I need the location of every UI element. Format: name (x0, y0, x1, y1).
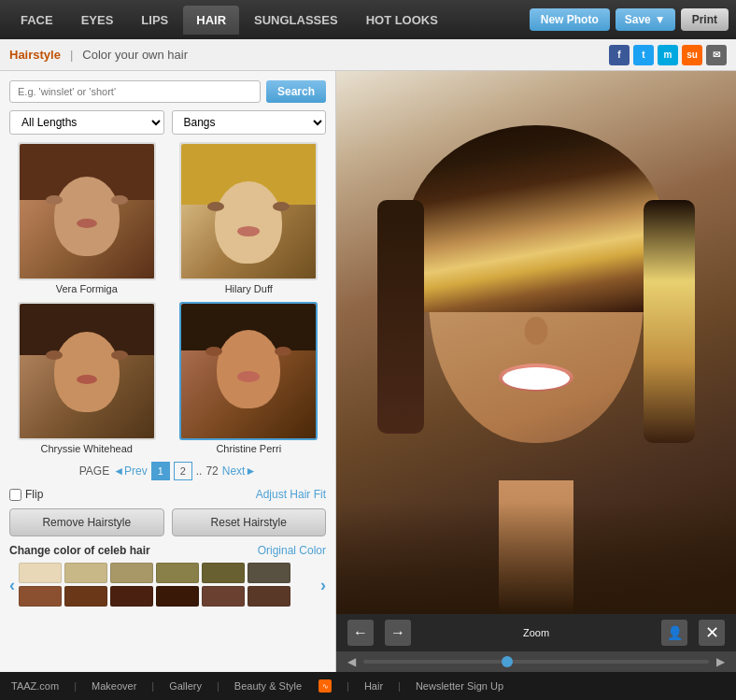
prev-page-button[interactable]: ◄Prev (113, 464, 148, 478)
search-row: Search (9, 80, 326, 103)
tab-lips[interactable]: LIPS (128, 6, 181, 35)
swatch-6[interactable] (248, 563, 290, 583)
adjust-hair-fit-link[interactable]: Adjust Hair Fit (256, 488, 326, 501)
zoom-label: Zoom (523, 627, 549, 638)
footer-newsletter-link[interactable]: Newsletter Sign Up (416, 680, 503, 692)
left-panel: Search All Lengths Bangs Vera (0, 71, 336, 672)
length-filter[interactable]: All Lengths (9, 110, 164, 135)
photo-next-button[interactable]: → (385, 620, 411, 646)
swatch-next-arrow[interactable]: › (320, 577, 326, 593)
footer-makeover-link[interactable]: Makeover (92, 680, 136, 692)
photo-prev-button[interactable]: ← (347, 620, 374, 646)
footer-beauty-link[interactable]: Beauty & Style (234, 680, 302, 692)
celeb-item-hilary-duff[interactable]: Hilary Duff (172, 142, 327, 294)
nose (525, 317, 548, 345)
search-button[interactable]: Search (266, 80, 326, 103)
myspace-icon[interactable]: m (658, 45, 678, 65)
page-1-button[interactable]: 1 (151, 462, 170, 480)
stumbleupon-icon[interactable]: su (682, 45, 702, 65)
swatch-1[interactable] (19, 563, 62, 583)
swatch-5[interactable] (202, 563, 245, 583)
zoom-slider-track[interactable] (363, 660, 709, 664)
right-panel: ← → Zoom 👤 ✕ ◀ ▶ (336, 71, 736, 672)
celeb-item-christine-perri[interactable]: Christine Perri (172, 302, 327, 454)
zoom-slider-thumb[interactable] (502, 656, 513, 667)
swatch-prev-arrow[interactable]: ‹ (9, 577, 15, 593)
hairstyle-link[interactable]: Hairstyle (9, 48, 61, 62)
celebrity-grid: Vera Formiga Hilary Duff (9, 142, 326, 454)
color-own-hair-link[interactable]: Color your own hair (82, 48, 188, 62)
mouth (499, 364, 573, 392)
zoom-plus-icon[interactable]: ▶ (716, 655, 725, 668)
filter-row: All Lengths Bangs (9, 110, 326, 135)
celeb-item-vera-farmiga[interactable]: Vera Formiga (9, 142, 164, 294)
action-buttons: Remove Hairstyle Reset Hairstyle (9, 508, 326, 536)
new-photo-button[interactable]: New Photo (530, 8, 610, 31)
swatch-9[interactable] (110, 586, 153, 607)
zoom-slider-row: ◀ ▶ (336, 651, 736, 672)
eye-right-1 (111, 195, 128, 205)
dropdown-arrow-icon: ▼ (655, 13, 666, 26)
zoom-minus-icon[interactable]: ◀ (347, 655, 356, 668)
mouth-1 (77, 219, 97, 228)
swatch-12[interactable] (248, 586, 290, 607)
save-button[interactable]: Save ▼ (616, 8, 675, 31)
face-fit-button[interactable]: 👤 (661, 620, 687, 646)
tab-sunglasses[interactable]: SUNGLASSES (241, 6, 351, 35)
footer-div-1: | (74, 680, 77, 692)
celeb-photo-christine-perri (179, 302, 318, 440)
tab-hotlooks[interactable]: HOT LOOKS (353, 6, 451, 35)
page-2-button[interactable]: 2 (174, 462, 192, 480)
footer-gallery-link[interactable]: Gallery (169, 680, 202, 692)
footer-site-link[interactable]: TAAZ.com (11, 680, 59, 692)
close-button[interactable]: ✕ (699, 620, 725, 646)
swatch-container: ‹ (9, 563, 326, 607)
tab-hair[interactable]: HAIR (183, 6, 239, 35)
celeb-name-hilary-duff: Hilary Duff (225, 283, 273, 294)
color-section: Change color of celeb hair Original Colo… (9, 544, 326, 607)
footer-div-4: | (347, 680, 349, 692)
swatch-4[interactable] (156, 563, 199, 583)
celeb-item-chryssie-whitehead[interactable]: Chryssie Whitehead (9, 302, 164, 454)
swatch-row-2 (19, 586, 317, 607)
eye-right-3 (111, 350, 128, 360)
color-header: Change color of celeb hair Original Colo… (9, 544, 326, 557)
top-bar-actions: New Photo Save ▼ Print (530, 8, 729, 31)
swatch-7[interactable] (19, 586, 62, 607)
search-input[interactable] (9, 80, 261, 103)
swatch-2[interactable] (64, 563, 107, 583)
hair-side-left (377, 200, 424, 434)
swatch-10[interactable] (156, 586, 199, 607)
original-color-link[interactable]: Original Color (258, 544, 326, 557)
photo-controls-bar: ← → Zoom 👤 ✕ (336, 614, 736, 651)
facebook-icon[interactable]: f (609, 45, 630, 65)
mouth-3 (77, 375, 97, 384)
tab-eyes[interactable]: EYES (68, 6, 127, 35)
celeb-name-chryssie-whitehead: Chryssie Whitehead (41, 443, 133, 454)
swatch-8[interactable] (64, 586, 107, 607)
next-page-button[interactable]: Next► (222, 464, 257, 478)
reset-hairstyle-button[interactable]: Reset Hairstyle (172, 508, 327, 536)
print-button[interactable]: Print (681, 8, 729, 31)
footer-div-2: | (151, 680, 154, 692)
flip-checkbox[interactable] (9, 489, 21, 501)
celeb-photo-chryssie-whitehead (18, 302, 156, 440)
email-icon[interactable]: ✉ (706, 45, 727, 65)
bangs-filter[interactable]: Bangs (172, 110, 327, 135)
controls-row: Flip Adjust Hair Fit (9, 488, 326, 501)
footer-div-3: | (217, 680, 219, 692)
footer-hair-link[interactable]: Hair (364, 680, 383, 692)
remove-hairstyle-button[interactable]: Remove Hairstyle (9, 508, 164, 536)
flip-label[interactable]: Flip (9, 488, 43, 501)
face-shape-4 (217, 330, 280, 408)
tab-face[interactable]: FACE (7, 6, 66, 35)
swatch-3[interactable] (110, 563, 153, 583)
swatch-11[interactable] (202, 586, 245, 607)
hair-side-right (644, 200, 695, 443)
rss-icon[interactable]: ∿ (318, 679, 332, 693)
eye-right-2 (273, 202, 290, 211)
face-shape-1 (54, 177, 120, 256)
page-last: 72 (205, 464, 218, 478)
twitter-icon[interactable]: t (633, 45, 654, 65)
celeb-name-vera-farmiga: Vera Formiga (56, 283, 118, 294)
